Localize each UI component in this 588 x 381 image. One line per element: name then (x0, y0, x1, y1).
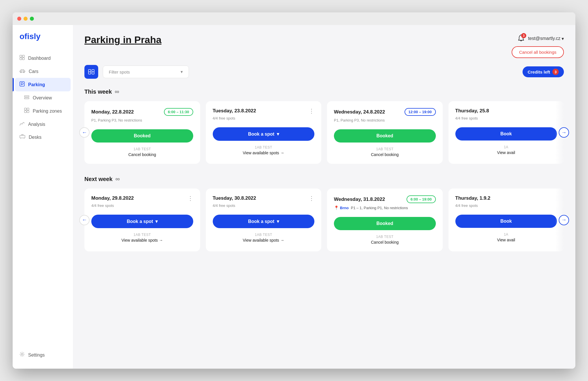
main-content: Parking in Praha 3 test@smartly.cz (73, 25, 575, 369)
sidebar-analysis-label: Analysis (28, 122, 45, 127)
svg-rect-13 (27, 111, 29, 113)
next-week-section: Next week ∞ ← Monday, 29.8.2022 ⋮ 4/4 fr… (84, 175, 564, 251)
svg-rect-10 (24, 108, 26, 110)
three-dots-menu[interactable]: ⋮ (187, 195, 193, 201)
cancel-booking-link[interactable]: Cancel booking (334, 240, 436, 245)
page-title: Parking in Praha (84, 34, 161, 45)
book-spot-button[interactable]: Book a spot ▾ (213, 127, 315, 141)
card-thursday-next-week: Thursday, 1.9.2 4/4 free spots Book 1A V… (448, 188, 564, 251)
sidebar-item-desks[interactable]: Desks (13, 131, 73, 144)
filter-placeholder: Filter spots (109, 70, 130, 74)
user-area: 3 test@smartly.cz ▾ (518, 34, 564, 43)
sidebar-item-cars[interactable]: Cars (13, 65, 73, 78)
book-spot-button[interactable]: Book (455, 215, 557, 228)
sidebar-item-dashboard[interactable]: Dashboard (13, 51, 73, 65)
card-wednesday-this-week: Wednesday, 24.8.2022 12:00 – 19:00 P1, P… (327, 101, 443, 164)
desks-icon (20, 134, 25, 140)
cancel-all-bookings-button[interactable]: Cancel all bookings (512, 46, 564, 58)
cancel-booking-link[interactable]: Cancel booking (91, 152, 193, 157)
view-spots-link[interactable]: View available spots → (213, 238, 315, 243)
credits-badge: Credits left 3 (523, 66, 564, 77)
card-header: Thursday, 25.8 (455, 108, 557, 114)
this-week-section: This week ∞ ← Monday, 22.8.2022 6:00 – 1… (84, 88, 564, 164)
booked-button[interactable]: Booked (91, 129, 193, 143)
svg-rect-0 (20, 55, 22, 57)
view-spots-link[interactable]: View avail (455, 238, 557, 242)
car-label: 1AB TEST (91, 147, 193, 151)
svg-rect-3 (22, 58, 24, 60)
card-tuesday-next-week: Tuesday, 30.8.2022 ⋮ 4/4 free spots Book… (206, 188, 322, 251)
card-header: Wednesday, 24.8.2022 12:00 – 19:00 (334, 108, 436, 116)
card-date: Monday, 29.8.2022 (91, 195, 134, 201)
user-email: test@smartly.cz (528, 36, 560, 41)
view-spots-link[interactable]: View available spots → (213, 151, 315, 155)
sidebar-item-analysis[interactable]: Analysis (13, 118, 73, 131)
dropdown-arrow-icon: ▾ (277, 131, 279, 137)
svg-rect-17 (88, 70, 91, 72)
next-week-cards-wrapper: ← Monday, 29.8.2022 ⋮ 4/4 free spots Boo… (84, 188, 564, 251)
book-spot-button[interactable]: Book (455, 127, 557, 141)
card-subtitle: 4/4 free spots (213, 116, 315, 120)
sidebar-nav: Dashboard Cars (13, 51, 73, 144)
card-date: Wednesday, 24.8.2022 (334, 109, 385, 115)
sidebar-cars-label: Cars (29, 69, 38, 74)
filter-grid-icon (88, 69, 94, 74)
view-spots-link[interactable]: View avail (455, 150, 557, 155)
main-header: Parking in Praha 3 test@smartly.cz (84, 34, 564, 58)
card-footer: 1AB TEST View available spots → (213, 233, 315, 243)
card-header: Wednesday, 31.8.2022 6:00 – 19:00 (334, 195, 436, 203)
scroll-left-arrow-next-week[interactable]: ← (79, 215, 90, 225)
card-footer: 1A View avail (455, 232, 557, 242)
close-button[interactable] (17, 17, 21, 21)
notification-count: 3 (521, 33, 526, 38)
card-footer: 1AB TEST Cancel booking (334, 147, 436, 157)
sidebar-item-overview[interactable]: Overview (13, 91, 73, 104)
book-spot-button[interactable]: Book a spot ▾ (213, 215, 315, 228)
view-spots-link[interactable]: View available spots → (91, 238, 193, 243)
card-monday-this-week: Monday, 22.8.2022 6:00 – 11:30 P1, Parki… (84, 101, 200, 164)
three-dots-menu[interactable]: ⋮ (309, 195, 314, 201)
this-week-cards: Monday, 22.8.2022 6:00 – 11:30 P1, Parki… (84, 101, 564, 164)
card-subtitle: 4/4 free spots (455, 203, 557, 208)
next-week-title: Next week ∞ (84, 175, 564, 183)
cancel-booking-link[interactable]: Cancel booking (334, 152, 436, 157)
booked-button[interactable]: Booked (334, 129, 436, 143)
chevron-down-icon: ▾ (562, 36, 564, 41)
svg-rect-2 (20, 58, 22, 60)
card-footer: 1A View avail (455, 145, 557, 155)
filter-icon-button[interactable] (84, 65, 98, 79)
card-subtitle: 4/4 free spots (91, 203, 193, 208)
card-wednesday-next-week: Wednesday, 31.8.2022 6:00 – 19:00 📍 Brno… (327, 188, 443, 251)
scroll-right-arrow-this-week[interactable]: → (559, 127, 569, 138)
bell-button[interactable]: 3 (518, 34, 525, 43)
booked-button[interactable]: Booked (334, 217, 436, 230)
time-badge: 6:00 – 19:00 (407, 195, 436, 203)
maximize-button[interactable] (30, 17, 34, 21)
car-label: 1A (455, 145, 557, 149)
scroll-right-arrow-next-week[interactable]: → (559, 215, 569, 225)
user-account[interactable]: test@smartly.cz ▾ (528, 36, 564, 41)
svg-rect-12 (24, 111, 26, 113)
titlebar (13, 12, 575, 25)
card-location: 📍 Brno P1 – 1, Parking P1, No restrictio… (334, 205, 436, 210)
sidebar-item-parking[interactable]: Parking (15, 78, 71, 91)
card-header: Tuesday, 30.8.2022 ⋮ (213, 195, 315, 201)
card-date: Wednesday, 31.8.2022 (334, 197, 385, 202)
minimize-button[interactable] (24, 17, 28, 21)
card-subtitle: 4/4 free spots (213, 203, 315, 208)
card-header: Monday, 29.8.2022 ⋮ (91, 195, 193, 201)
scroll-left-arrow-this-week[interactable]: ← (79, 127, 90, 138)
card-header: Thursday, 1.9.2 (455, 195, 557, 201)
sidebar-item-settings[interactable]: Settings (20, 348, 66, 362)
svg-point-16 (21, 353, 23, 355)
card-date: Tuesday, 23.8.2022 (213, 108, 256, 114)
location-icon: 📍 (334, 205, 339, 210)
filter-spots-dropdown[interactable]: Filter spots ▾ (103, 66, 189, 78)
three-dots-menu[interactable]: ⋮ (309, 108, 314, 114)
dropdown-arrow-icon: ▾ (277, 219, 279, 224)
card-subtitle: P1, Parking P3, No restrictions (91, 118, 193, 122)
sidebar-bottom: Settings (13, 348, 73, 362)
card-date: Thursday, 25.8 (455, 108, 489, 114)
book-spot-button[interactable]: Book a spot ▾ (91, 215, 193, 228)
sidebar-item-parking-zones[interactable]: Parking zones (13, 104, 73, 118)
